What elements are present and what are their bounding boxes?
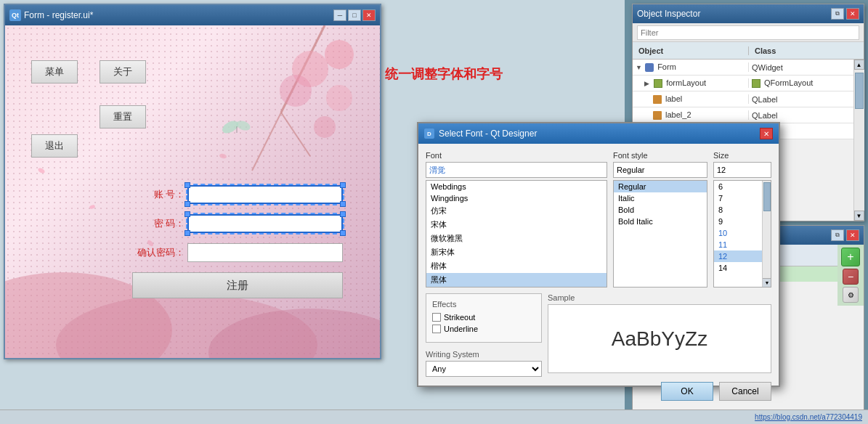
fd-underline-checkbox[interactable] xyxy=(432,325,441,333)
oi-row-label2[interactable]: label_2 QLabel xyxy=(633,107,864,123)
fd-font-heiti[interactable]: 黑体 xyxy=(426,273,607,287)
minimize-btn[interactable]: ─ xyxy=(333,9,346,21)
fd-font-wingdings[interactable]: Wingdings xyxy=(426,192,607,204)
exit-button[interactable]: 退出 xyxy=(31,134,78,158)
oi-titlebar: Object Inspector ⧉ ✕ xyxy=(633,4,864,23)
handle-tl xyxy=(184,182,190,188)
oi-object-col-header: Object xyxy=(633,46,749,55)
fd-font-list[interactable]: Webdings Wingdings 仿宋 宋体 微软雅黑 新宋体 楷体 黑体 xyxy=(426,180,607,288)
fd-style-input[interactable] xyxy=(613,162,707,178)
reset-button[interactable]: 重置 xyxy=(100,105,146,129)
size-list-scrollbar[interactable]: ▼ xyxy=(762,181,771,287)
fd-bottom: Effects Strikeout Underline Writing Syst… xyxy=(426,293,771,373)
qt-logo-icon: Qt xyxy=(9,9,21,21)
tree-expand-icon[interactable]: ▼ xyxy=(636,64,643,71)
fd-style-regular[interactable]: Regular xyxy=(614,181,707,192)
fd-font-microsoftyahei[interactable]: 微软雅黑 xyxy=(426,232,607,245)
fd-underline-row[interactable]: Underline xyxy=(432,325,535,333)
oi-filter-input[interactable] xyxy=(637,25,859,40)
fd-effects-title: Effects xyxy=(432,300,535,309)
fd-sample-preview: AaBbYyZz xyxy=(548,304,771,373)
register-button[interactable]: 注册 xyxy=(132,272,343,298)
rp-side-buttons: + − ⚙ xyxy=(837,245,864,306)
oi-row-form[interactable]: ▼ Form QWidget xyxy=(633,60,864,76)
confirm-label: 确认密码： xyxy=(132,246,184,259)
account-row: 账 号： xyxy=(132,185,343,204)
rp-float-btn[interactable]: ⧉ xyxy=(831,229,844,241)
oi-row-formlayout[interactable]: ▶ formLayout QFormLayout xyxy=(633,76,864,91)
fd-font-songti[interactable]: 宋体 xyxy=(426,218,607,232)
menu-button[interactable]: 菜单 xyxy=(31,60,78,83)
label-icon1 xyxy=(653,95,662,104)
oi-scroll-up[interactable]: ▲ xyxy=(854,60,864,70)
oi-scroll-thumb[interactable] xyxy=(855,73,864,109)
fd-underline-label: Underline xyxy=(444,325,478,333)
fd-font-col: Font Webdings Wingdings 仿宋 宋体 微软雅黑 新宋体 楷… xyxy=(426,151,607,288)
form-titlebar: Qt Form - register.ui* ─ □ ✕ xyxy=(5,5,380,25)
form-title: Form - register.ui* xyxy=(24,10,93,20)
oi-cell-label2-name: label_2 xyxy=(633,110,749,120)
rp-remove-btn[interactable]: − xyxy=(843,269,859,285)
fd-strikeout-row[interactable]: Strikeout xyxy=(432,313,535,322)
handle-bl2 xyxy=(184,230,190,236)
fd-font-input[interactable] xyxy=(426,162,607,178)
fd-close-btn[interactable]: ✕ xyxy=(760,128,773,139)
fd-title: Select Font - Qt Designer xyxy=(439,129,537,139)
oi-cell-label-name: label xyxy=(633,94,749,104)
fd-strikeout-checkbox[interactable] xyxy=(432,313,441,322)
fd-style-list[interactable]: Regular Italic Bold Bold Italic xyxy=(613,180,707,288)
fd-font-newsong[interactable]: 新宋体 xyxy=(426,245,607,259)
confirm-input[interactable] xyxy=(187,243,343,262)
maximize-btn[interactable]: □ xyxy=(348,9,361,21)
password-input-wrapper xyxy=(187,214,343,233)
fd-size-col: Size 6 7 8 9 10 11 12 14 ▼ xyxy=(713,151,771,288)
oi-row-label[interactable]: label QLabel xyxy=(633,91,864,107)
account-input[interactable] xyxy=(187,185,343,204)
handle-tl2 xyxy=(184,211,190,217)
fd-ok-btn[interactable]: OK xyxy=(661,382,713,401)
oi-filter-bar[interactable] xyxy=(633,23,864,42)
fd-body: Font Webdings Wingdings 仿宋 宋体 微软雅黑 新宋体 楷… xyxy=(418,144,779,386)
size-scrollbar-thumb[interactable] xyxy=(763,182,771,211)
oi-title-buttons: ⧉ ✕ xyxy=(831,8,859,20)
oi-scroll-track[interactable] xyxy=(854,70,864,211)
handle-tr2 xyxy=(340,211,346,217)
size-scroll-down[interactable]: ▼ xyxy=(763,278,771,287)
tree-expand-icon2[interactable]: ▶ xyxy=(644,80,652,87)
oi-cell-label2-class: QLabel xyxy=(749,111,864,120)
password-input[interactable] xyxy=(187,214,343,233)
fd-effects-section: Effects Strikeout Underline xyxy=(426,293,542,343)
fd-size-input[interactable] xyxy=(713,162,771,178)
rp-close-btn[interactable]: ✕ xyxy=(846,229,859,241)
fd-titlebar: D Select Font - Qt Designer ✕ xyxy=(418,123,779,144)
fd-cancel-btn[interactable]: Cancel xyxy=(719,382,771,401)
handle-tr xyxy=(340,182,346,188)
about-button[interactable]: 关于 xyxy=(100,60,146,83)
fd-font-webdings[interactable]: Webdings xyxy=(426,181,607,192)
fd-size-list[interactable]: 6 7 8 9 10 11 12 14 ▼ xyxy=(713,180,771,288)
fd-logo-icon: D xyxy=(424,129,434,139)
fd-font-fangson[interactable]: 仿宋 xyxy=(426,204,607,218)
oi-cell-form-name: ▼ Form xyxy=(633,62,749,72)
rp-title-buttons: ⧉ ✕ xyxy=(831,229,859,241)
fd-style-italic[interactable]: Italic xyxy=(614,192,707,204)
fd-title-left: D Select Font - Qt Designer xyxy=(424,129,537,139)
fd-size-label: Size xyxy=(713,151,771,160)
oi-float-btn[interactable]: ⧉ xyxy=(831,8,844,20)
oi-cell-form-class: QWidget xyxy=(749,63,864,72)
fd-font-kaiti[interactable]: 楷体 xyxy=(426,259,607,273)
fd-style-col: Font style Regular Italic Bold Bold Ital… xyxy=(613,151,707,288)
close-btn[interactable]: ✕ xyxy=(362,9,376,21)
label-icon2 xyxy=(653,111,662,120)
form-titlebar-left: Qt Form - register.ui* xyxy=(9,9,93,21)
oi-close-btn[interactable]: ✕ xyxy=(846,8,859,20)
rp-tool-btn2[interactable]: ⚙ xyxy=(843,287,859,303)
fd-style-bold[interactable]: Bold xyxy=(614,204,707,216)
oi-class-col-header: Class xyxy=(749,46,864,55)
fd-font-label: Font xyxy=(426,151,607,160)
rp-add-btn[interactable]: + xyxy=(841,248,860,266)
oi-scroll-down[interactable]: ▼ xyxy=(854,211,864,221)
fd-style-bolditalic[interactable]: Bold Italic xyxy=(614,216,707,227)
fd-writing-select[interactable]: Any xyxy=(426,361,542,377)
oi-vscrollbar[interactable]: ▲ ▼ xyxy=(853,60,864,221)
